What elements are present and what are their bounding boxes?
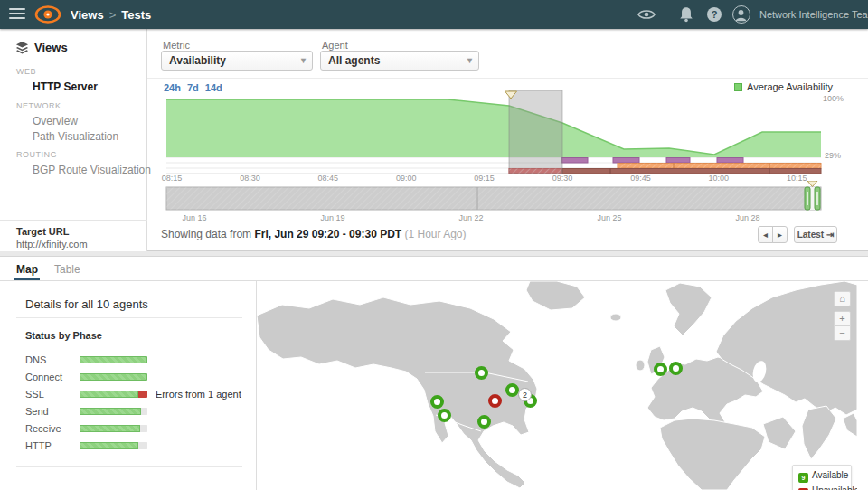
sidebar-item-overview[interactable]: Overview: [33, 115, 78, 127]
phase-row-send: Send: [0, 406, 257, 423]
phase-status-bar[interactable]: [80, 391, 147, 398]
brush-handle-right: [815, 187, 820, 210]
axis-tick: Jun 16: [182, 213, 206, 222]
brush-axis-ticks: Jun 16Jun 19Jun 22Jun 25Jun 28: [147, 213, 868, 224]
phase-name: Receive: [25, 423, 61, 434]
agent-marker-available[interactable]: [430, 395, 444, 409]
agent-select[interactable]: All agents▾: [320, 51, 479, 71]
sidebar-item-path-visualization[interactable]: Path Visualization: [33, 130, 118, 143]
layers-icon: [15, 41, 29, 54]
agent-marker-available[interactable]: [475, 366, 488, 380]
brush-handle-left: [805, 187, 810, 210]
se-asia: [843, 413, 857, 437]
phase-status-bar[interactable]: [80, 356, 147, 363]
breadcrumb-separator: >: [104, 8, 122, 22]
metric-select[interactable]: Availability▾: [161, 51, 313, 71]
island-ireland: [636, 360, 645, 371]
latest-button[interactable]: Latest ⇥: [794, 226, 837, 243]
divider: [147, 78, 868, 79]
phase-name: HTTP: [25, 440, 52, 451]
top-navbar: Views>Tests ? Network Intelligence Team …: [0, 0, 868, 29]
seg-gray: [141, 408, 147, 415]
phase-name: SSL: [25, 389, 44, 400]
phase-row-ssl: SSLErrors from 1 agent: [0, 389, 257, 406]
sidebar-title: Views: [34, 41, 68, 54]
next-round-button[interactable]: ▸: [772, 226, 788, 243]
agent-marker-available[interactable]: [505, 383, 519, 397]
agent-marker-available[interactable]: [477, 415, 491, 429]
axis-tick: Jun 25: [597, 213, 621, 222]
world-map[interactable]: 2 ⌂ + − 9Available 1Unavailable: [257, 281, 857, 490]
showing-data-text: Showing data from Fri, Jun 29 09:20 - 09…: [161, 228, 467, 240]
details-title: Details for all 10 agents: [25, 297, 148, 311]
tab-map[interactable]: Map: [16, 263, 38, 276]
map-zoom-out-button[interactable]: −: [834, 325, 851, 341]
available-chip: 9: [798, 473, 808, 483]
phase-name: DNS: [25, 354, 46, 365]
india: [802, 406, 836, 459]
sidebar-item-http-server[interactable]: HTTP Server: [33, 80, 98, 93]
status-by-phase-heading: Status by Phase: [25, 330, 102, 341]
phase-status-bar[interactable]: [80, 425, 147, 432]
agent-value: All agents: [328, 54, 380, 67]
brush-flag-icon: [807, 181, 817, 187]
seg-green: [80, 356, 147, 363]
phase-row-http: HTTP: [0, 440, 257, 457]
agent-marker-available[interactable]: [438, 409, 451, 422]
app-root: Views>Tests ? Network Intelligence Team …: [0, 0, 868, 490]
date-brush[interactable]: [147, 181, 868, 213]
seg-green: [80, 425, 140, 432]
group-label-routing: ROUTING: [16, 150, 57, 159]
map-zoom-in-button[interactable]: +: [834, 311, 851, 326]
axis-tick: Jun 28: [735, 213, 760, 222]
phase-name: Send: [25, 406, 49, 417]
logo-eye-icon[interactable]: [34, 5, 61, 24]
seg-red: [138, 391, 147, 398]
views-sidebar: Views WEB HTTP Server NETWORK Overview P…: [0, 29, 147, 251]
svg-text:?: ?: [712, 9, 718, 20]
legend-unavailable: 1Unavailable: [798, 485, 845, 490]
availability-area-chart[interactable]: [147, 90, 868, 181]
agent-marker-available[interactable]: [654, 363, 667, 376]
divider: [16, 466, 242, 467]
divider: [16, 317, 242, 318]
group-label-web: WEB: [16, 67, 36, 76]
chevron-down-icon: ▾: [467, 52, 472, 70]
prev-round-button[interactable]: ◂: [758, 226, 773, 243]
agent-label: Agent: [322, 40, 348, 51]
cluster-count-badge[interactable]: 2: [518, 388, 532, 401]
menu-icon[interactable]: [9, 8, 25, 21]
sidebar-item-bgp-route-visualization[interactable]: BGP Route Visualization: [33, 164, 151, 176]
visibility-icon[interactable]: [637, 6, 656, 23]
legend-available: 9Available: [798, 470, 845, 485]
phase-status-bar[interactable]: [80, 373, 147, 381]
target-url-label: Target URL: [16, 226, 147, 237]
error-strip-purple: [561, 158, 743, 164]
tab-table[interactable]: Table: [54, 263, 80, 276]
scandinavia: [665, 283, 712, 335]
metric-label: Metric: [163, 40, 190, 51]
phase-error-note: Errors from 1 agent: [156, 389, 241, 400]
breadcrumb-section[interactable]: Views: [71, 8, 104, 22]
avatar[interactable]: [732, 5, 750, 24]
phase-row-dns: DNS: [0, 354, 257, 372]
phase-status-bar[interactable]: [80, 442, 147, 449]
bell-icon[interactable]: [677, 6, 695, 23]
target-url-value: http://xfinity.com: [16, 239, 147, 250]
account-menu[interactable]: Network Intelligence Team ...: [760, 9, 868, 20]
continent-africa: [660, 419, 765, 490]
phase-row-receive: Receive: [0, 423, 257, 440]
seg-green: [80, 442, 138, 449]
agent-marker-unavailable[interactable]: [488, 394, 502, 408]
metric-value: Availability: [169, 54, 226, 67]
phase-status-bar[interactable]: [80, 408, 147, 415]
world-map-svg: [257, 281, 857, 490]
seg-gray: [138, 442, 147, 449]
map-home-button[interactable]: ⌂: [834, 291, 851, 306]
breadcrumb-page[interactable]: Tests: [121, 8, 151, 22]
agent-marker-available[interactable]: [669, 362, 683, 375]
time-selection-band: [509, 90, 562, 174]
seg-green: [80, 373, 147, 381]
help-icon[interactable]: ?: [705, 6, 723, 23]
sidebar-header: Views: [0, 38, 147, 61]
